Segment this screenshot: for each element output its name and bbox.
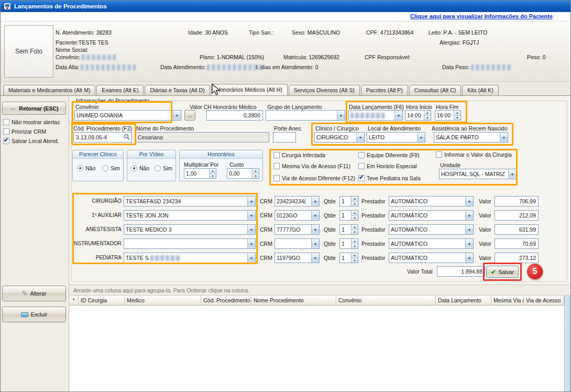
down-arrow-icon[interactable]: ▼: [352, 216, 358, 221]
pediatra-crm-select[interactable]: 11979GO▼: [274, 253, 320, 263]
radio-video-sim[interactable]: Sim: [155, 165, 172, 171]
chevron-down-icon[interactable]: ▼: [247, 211, 255, 220]
down-arrow-icon[interactable]: ▼: [252, 174, 259, 179]
radio-button[interactable]: [155, 165, 161, 171]
hora-fim-spinner[interactable]: 16:00 ▲▼: [435, 110, 461, 121]
convenio-select[interactable]: UNIMED GOIANIA▼: [74, 110, 181, 121]
pediatra-qtde-spinner[interactable]: 1▲▼: [339, 253, 358, 263]
anestesista-prestador-select[interactable]: AUTOMÁTICO▼: [389, 224, 474, 235]
chevron-down-icon[interactable]: ▼: [465, 211, 473, 220]
alterar-button[interactable]: ✎ Alterar: [2, 286, 66, 301]
anestesista-name-select[interactable]: TESTE MEDICO 3▼: [124, 224, 256, 235]
cirurgiao-valor-input[interactable]: 706,99: [495, 196, 539, 206]
tab-diarias[interactable]: Diárias e Taxas (Alt D): [145, 85, 210, 95]
column-header-mesma-via[interactable]: Mesma Via (: [491, 296, 524, 306]
cirurgiao-crm-select[interactable]: 234234234(▼: [274, 196, 320, 206]
tab-exames[interactable]: Exames (Alt E): [96, 85, 144, 95]
checkbox-box[interactable]: [273, 175, 280, 181]
retornar-button[interactable]: ← Retornar (ESC): [2, 102, 66, 115]
chevron-down-icon[interactable]: ▼: [500, 133, 508, 142]
checkbox-box[interactable]: [436, 151, 442, 158]
chevron-down-icon[interactable]: ▼: [311, 253, 319, 263]
checkbox-informar-valor[interactable]: Informar o Valor da Cirurgia: [436, 151, 512, 158]
instrumentador-prestador-select[interactable]: AUTOMÁTICO▼: [389, 238, 474, 249]
chevron-down-icon[interactable]: ▼: [356, 133, 364, 142]
anestesista-qtde-spinner[interactable]: 1▲▼: [339, 224, 358, 235]
multiplicar-spinner[interactable]: 1,00 ▲▼: [184, 168, 216, 179]
radio-button[interactable]: [77, 165, 83, 171]
chevron-down-icon[interactable]: ▼: [311, 239, 319, 248]
chevron-down-icon[interactable]: ▼: [465, 253, 473, 263]
salvar-button[interactable]: ✔Salvar: [486, 266, 519, 278]
auxiliar-name-select[interactable]: TESTE JON JON▼: [124, 210, 256, 221]
checkbox-horario-especial[interactable]: Em Horário Especial: [358, 163, 417, 169]
procedure-lookup-icon[interactable]: [124, 134, 130, 141]
radio-video-nao[interactable]: Não: [131, 165, 149, 171]
anestesista-valor-input[interactable]: 631,99: [495, 224, 539, 235]
porte-anes-input[interactable]: [273, 132, 296, 143]
valor-ch-input[interactable]: 0,2800: [206, 110, 263, 121]
tab-servicos[interactable]: Serviços Diversos (Alt S): [289, 85, 360, 95]
checkbox-box[interactable]: [358, 175, 365, 181]
chevron-down-icon[interactable]: ▼: [311, 197, 319, 206]
checkbox-box[interactable]: [358, 163, 365, 169]
local-atendimento-select[interactable]: LEITO▼: [367, 132, 425, 143]
checkbox-box[interactable]: [3, 128, 9, 135]
chevron-down-icon[interactable]: ▼: [465, 225, 473, 234]
hora-inicio-spinner[interactable]: 14:00 ▲▼: [405, 110, 431, 121]
up-arrow-icon[interactable]: ▲: [352, 253, 358, 258]
auxiliar-prestador-select[interactable]: AUTOMÁTICO▼: [389, 210, 474, 221]
column-header-cod-procedimento[interactable]: Cód. Procedimento: [201, 296, 251, 306]
tab-consultas[interactable]: Consultas (Alt C): [409, 85, 461, 95]
chevron-down-icon[interactable]: ▼: [247, 253, 255, 263]
tab-honorarios[interactable]: Honorários Médicos (Alt H): [211, 84, 288, 95]
checkbox-priorizar-crm[interactable]: Priorizar CRM: [3, 128, 46, 135]
pediatra-prestador-select[interactable]: AUTOMÁTICO▼: [389, 253, 474, 263]
checkbox-salvar-local-atend[interactable]: Salvar Local Atend.: [3, 138, 59, 144]
pediatra-name-select[interactable]: TESTE S ▼: [124, 253, 256, 263]
checkbox-box[interactable]: [3, 138, 9, 144]
checkbox-box[interactable]: [273, 163, 280, 169]
grid-group-hint[interactable]: Arraste uma coluna aqui para agrupa-la. …: [69, 285, 570, 296]
chevron-down-icon[interactable]: ▼: [337, 111, 345, 120]
checkbox-box[interactable]: [358, 152, 365, 158]
checkbox-cirurgia-infectada[interactable]: Cirurgia Infectada: [273, 152, 325, 158]
down-arrow-icon[interactable]: ▼: [352, 244, 358, 249]
radio-button[interactable]: [102, 165, 108, 171]
down-arrow-icon[interactable]: ▼: [352, 202, 358, 206]
checkbox-via-diferente[interactable]: Via de Acesso Diferente (F12): [273, 175, 355, 181]
chevron-down-icon[interactable]: ▼: [247, 197, 255, 206]
checkbox-mesma-via[interactable]: Mesma Via de Acesso (F11): [273, 163, 350, 169]
column-header-convenio[interactable]: Convênio: [336, 296, 436, 306]
grupo-lancamento-select[interactable]: ▼: [266, 110, 345, 121]
down-arrow-icon[interactable]: ▼: [352, 258, 358, 263]
cirurgiao-qtde-spinner[interactable]: 1▲▼: [339, 196, 358, 206]
cirurgiao-name-select[interactable]: TESTAEFASD 234234▼: [124, 196, 256, 206]
up-arrow-icon[interactable]: ▲: [352, 211, 358, 216]
chevron-down-icon[interactable]: ▼: [465, 239, 473, 248]
unidade-select[interactable]: HOSPITAL SQL - MATRIZ▼: [439, 169, 517, 179]
chevron-down-icon[interactable]: ▼: [247, 225, 255, 234]
tab-kits[interactable]: Kits (Alt K): [462, 85, 499, 95]
checkbox-equipe-diferente[interactable]: Equipe Diferente (F9): [358, 152, 419, 158]
down-arrow-icon[interactable]: ▼: [210, 174, 216, 179]
patient-info-link[interactable]: Clique aqui para visualizar Informações …: [410, 13, 553, 19]
tab-materiais[interactable]: Materiais e Medicamentos (Alt M): [3, 85, 95, 95]
checkbox-box[interactable]: [3, 119, 9, 125]
data-lancamento-select[interactable]: ▼: [348, 110, 403, 121]
radio-parecer-sim[interactable]: Sim: [102, 165, 120, 171]
grid-indicator-icon[interactable]: *: [69, 296, 79, 306]
down-arrow-icon[interactable]: ▼: [424, 116, 431, 121]
instrumentador-crm-select[interactable]: ▼: [274, 238, 320, 249]
instrumentador-valor-input[interactable]: 70,69: [495, 238, 539, 249]
grid-vertical-scrollbar[interactable]: [564, 296, 570, 391]
up-arrow-icon[interactable]: ▲: [210, 169, 216, 174]
pediatra-valor-input[interactable]: 273,12: [495, 253, 539, 263]
up-arrow-icon[interactable]: ▲: [352, 225, 358, 230]
column-header-medico[interactable]: Médico: [125, 296, 201, 306]
chevron-down-icon[interactable]: ▼: [417, 133, 425, 142]
checkbox-nao-mostrar-alertas[interactable]: Não mostrar alertas: [3, 119, 60, 125]
convenio-browse-button[interactable]: ...: [184, 110, 195, 121]
down-arrow-icon[interactable]: ▼: [352, 230, 358, 235]
custo-spinner[interactable]: 0,00 ▲▼: [227, 168, 259, 179]
